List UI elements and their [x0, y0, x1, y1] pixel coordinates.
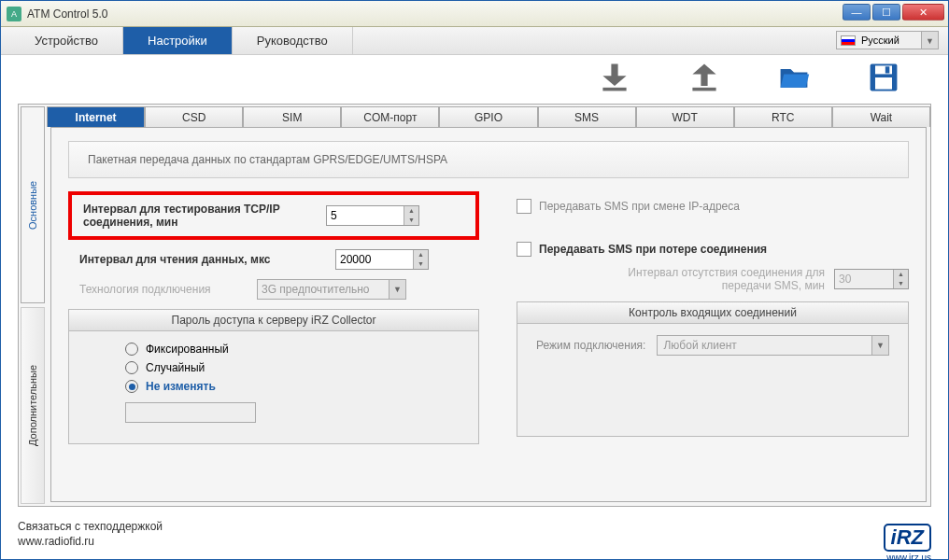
- toolbar: [1, 55, 948, 98]
- test-interval-spinner[interactable]: 5 ▲▼: [326, 205, 419, 226]
- inner-tab-wait[interactable]: Wait: [832, 106, 930, 127]
- right-column: Передавать SMS при смене IP-адреса Перед…: [517, 191, 909, 444]
- chevron-down-icon: ▼: [389, 280, 405, 299]
- footer-url[interactable]: www.radiofid.ru: [18, 535, 163, 548]
- inner-tab-gpio[interactable]: GPIO: [439, 106, 537, 127]
- svg-rect-5: [885, 66, 890, 73]
- test-interval-label: Интервал для тестирования TCP/IP соедине…: [83, 203, 326, 229]
- inner-tab-internet[interactable]: Internet: [47, 106, 145, 127]
- flag-ru-icon: [841, 35, 856, 46]
- inner-tab-csd[interactable]: CSD: [145, 106, 243, 127]
- test-interval-row: Интервал для тестирования TCP/IP соедине…: [68, 191, 479, 240]
- password-group-header: Пароль доступа к серверу iRZ Collector: [69, 310, 478, 331]
- mode-label: Режим подключения:: [536, 339, 645, 352]
- app-window: A ATM Control 5.0 — ☐ ✕ Устройство Настр…: [0, 0, 949, 560]
- top-navigation: Устройство Настройки Руководство Русский…: [1, 27, 948, 55]
- support-link[interactable]: Связаться с техподдержкой: [18, 520, 163, 533]
- folder-open-icon[interactable]: [776, 61, 812, 94]
- app-icon: A: [7, 7, 21, 21]
- spinner-buttons[interactable]: ▲▼: [404, 206, 418, 225]
- inner-tab-wdt[interactable]: WDT: [636, 106, 734, 127]
- mode-combo[interactable]: Любой клиент ▼: [657, 335, 889, 356]
- incoming-group: Контроль входящих соединений Режим подкл…: [517, 301, 909, 437]
- inner-tabs: Internet CSD SIM COM-порт GPIO SMS WDT R…: [47, 106, 930, 127]
- main-panel: Internet CSD SIM COM-порт GPIO SMS WDT R…: [47, 105, 930, 506]
- incoming-group-header: Контроль входящих соединений: [517, 302, 908, 324]
- spinner-buttons[interactable]: ▲▼: [413, 250, 428, 269]
- tab-device[interactable]: Устройство: [10, 27, 123, 54]
- sidetab-extra[interactable]: Дополнительные: [21, 307, 45, 504]
- irz-logo: iRZ: [884, 524, 931, 552]
- radio-fixed[interactable]: [125, 343, 138, 356]
- close-button[interactable]: ✕: [902, 4, 944, 21]
- inner-tab-sim[interactable]: SIM: [243, 106, 341, 127]
- radio-random[interactable]: [125, 361, 138, 374]
- read-interval-label: Интервал для чтения данных, мкс: [79, 253, 322, 266]
- sms-interval-label: Интервал отсутствия соединения для перед…: [582, 266, 825, 292]
- inner-tab-com[interactable]: COM-порт: [341, 106, 439, 127]
- svg-rect-0: [602, 88, 626, 91]
- left-column: Интервал для тестирования TCP/IP соедине…: [68, 191, 479, 444]
- password-group: Пароль доступа к серверу iRZ Collector Ф…: [68, 309, 479, 444]
- language-selector[interactable]: Русский ▼: [836, 31, 939, 49]
- checkbox-sms-ip[interactable]: [517, 199, 531, 214]
- sidetab-main[interactable]: Основные: [21, 106, 45, 303]
- chevron-down-icon: ▼: [921, 32, 938, 49]
- radio-none[interactable]: [125, 380, 138, 393]
- inner-tab-rtc[interactable]: RTC: [734, 106, 832, 127]
- read-interval-spinner[interactable]: 20000 ▲▼: [335, 249, 429, 270]
- footer: Связаться с техподдержкой www.radiofid.r…: [18, 520, 163, 550]
- irz-logo-url: www.irz.us: [886, 553, 931, 560]
- save-icon[interactable]: [866, 61, 901, 94]
- tab-settings[interactable]: Настройки: [123, 27, 233, 54]
- description-box: Пакетная передача данных по стандартам G…: [68, 141, 909, 178]
- password-input[interactable]: [125, 402, 256, 423]
- inner-tab-sms[interactable]: SMS: [538, 106, 636, 127]
- content-area: Основные Дополнительные Internet CSD SIM…: [18, 104, 931, 507]
- svg-rect-4: [875, 77, 892, 90]
- chevron-down-icon: ▼: [871, 336, 888, 355]
- upload-icon[interactable]: [687, 61, 722, 94]
- titlebar: A ATM Control 5.0 — ☐ ✕: [1, 1, 948, 27]
- spinner-buttons: ▲▼: [893, 270, 908, 288]
- tab-manual[interactable]: Руководство: [233, 27, 353, 54]
- svg-rect-1: [692, 88, 715, 91]
- minimize-button[interactable]: —: [843, 4, 871, 21]
- maximize-button[interactable]: ☐: [872, 4, 900, 21]
- download-icon[interactable]: [597, 61, 632, 94]
- side-tabs: Основные Дополнительные: [19, 105, 47, 506]
- tech-combo[interactable]: 3G предпочтительно ▼: [257, 279, 406, 300]
- tech-label: Технология подключения: [79, 283, 257, 296]
- window-title: ATM Control 5.0: [27, 7, 107, 21]
- checkbox-sms-conn[interactable]: [517, 242, 531, 257]
- sms-interval-spinner: 30 ▲▼: [834, 269, 909, 289]
- panel-body: Пакетная передача данных по стандартам G…: [50, 127, 927, 502]
